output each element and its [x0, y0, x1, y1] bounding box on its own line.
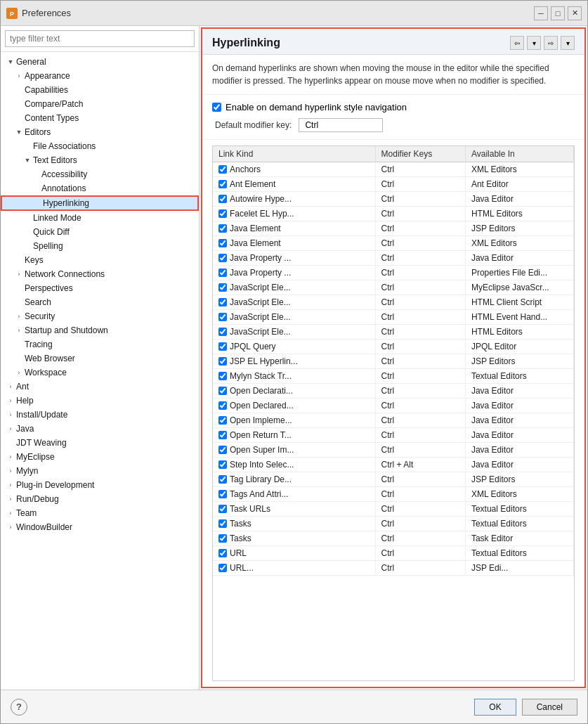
help-button[interactable]: ? [11, 699, 27, 716]
sidebar-item-annotations[interactable]: Annotations [1, 181, 199, 195]
sidebar-item-myeclipse[interactable]: ›MyEclipse [1, 450, 199, 464]
table-row[interactable]: TasksCtrlTask Editor [213, 531, 574, 546]
modifier-input[interactable] [299, 118, 383, 132]
sidebar-item-capabilities[interactable]: Capabilities [1, 83, 199, 97]
forward-button[interactable]: ⇨ [544, 36, 558, 50]
row-checkbox-24[interactable] [218, 519, 227, 528]
cancel-button[interactable]: Cancel [522, 699, 577, 716]
sidebar-item-spelling[interactable]: Spelling [1, 239, 199, 253]
row-checkbox-7[interactable] [218, 269, 227, 277]
minimize-button[interactable]: ─ [534, 6, 548, 20]
row-checkbox-12[interactable] [218, 342, 227, 351]
maximize-button[interactable]: □ [551, 6, 565, 20]
sidebar-item-install-update[interactable]: ›Install/Update [1, 408, 199, 422]
row-checkbox-23[interactable] [218, 505, 227, 513]
row-checkbox-6[interactable] [218, 254, 227, 262]
table-row[interactable]: Open Declarati...CtrlJava Editor [213, 384, 574, 399]
sidebar-item-java[interactable]: ›Java [1, 422, 199, 436]
sidebar-item-startup-shutdown[interactable]: ›Startup and Shutdown [1, 323, 199, 337]
row-checkbox-17[interactable] [218, 416, 227, 425]
sidebar-item-hyperlinking[interactable]: Hyperlinking [1, 195, 199, 211]
sidebar-item-help[interactable]: ›Help [1, 394, 199, 408]
row-checkbox-9[interactable] [218, 298, 227, 306]
sidebar-item-keys[interactable]: Keys [1, 253, 199, 267]
table-row[interactable]: Mylyn Stack Tr...CtrlTextual Editors [213, 369, 574, 384]
row-checkbox-14[interactable] [218, 372, 227, 380]
sidebar-item-text-editors[interactable]: ▼Text Editors [1, 153, 199, 167]
sidebar-item-linked-mode[interactable]: Linked Mode [1, 211, 199, 225]
table-row[interactable]: Open Impleme...CtrlJava Editor [213, 413, 574, 428]
sidebar-item-search[interactable]: Search [1, 295, 199, 309]
row-checkbox-2[interactable] [218, 195, 227, 203]
row-checkbox-18[interactable] [218, 431, 227, 439]
row-checkbox-19[interactable] [218, 446, 227, 454]
sidebar-item-plugin-development[interactable]: ›Plug-in Development [1, 478, 199, 492]
sidebar-item-web-browser[interactable]: Web Browser [1, 351, 199, 366]
back-button[interactable]: ⇦ [510, 36, 524, 50]
table-row[interactable]: Open Declared...CtrlJava Editor [213, 399, 574, 413]
row-checkbox-27[interactable] [218, 564, 227, 572]
table-row[interactable]: JavaScript Ele...CtrlMyEclipse JavaScr..… [213, 280, 574, 295]
sidebar-item-compare-patch[interactable]: Compare/Patch [1, 97, 199, 111]
search-input[interactable] [5, 30, 195, 47]
row-checkbox-21[interactable] [218, 475, 227, 484]
more-button[interactable]: ▾ [561, 36, 575, 50]
row-checkbox-0[interactable] [218, 165, 227, 174]
table-row[interactable]: JSP EL Hyperlin...CtrlJSP Editors [213, 354, 574, 369]
sidebar-item-editors[interactable]: ▼Editors [1, 125, 199, 139]
ok-button[interactable]: OK [474, 699, 516, 716]
table-row[interactable]: Java ElementCtrlJSP Editors [213, 221, 574, 236]
sidebar-item-mylyn[interactable]: ›Mylyn [1, 464, 199, 478]
table-row[interactable]: JavaScript Ele...CtrlHTML Editors [213, 325, 574, 340]
table-row[interactable]: URL...CtrlJSP Edi... [213, 561, 574, 576]
row-checkbox-25[interactable] [218, 534, 227, 543]
table-scroll[interactable]: Link Kind Modifier Keys Available In [213, 146, 574, 680]
sidebar-item-workspace[interactable]: ›Workspace [1, 366, 199, 380]
row-checkbox-3[interactable] [218, 209, 227, 218]
table-row[interactable]: Java Property ...CtrlJava Editor [213, 251, 574, 266]
sidebar-item-run-debug[interactable]: ›Run/Debug [1, 492, 199, 506]
row-checkbox-13[interactable] [218, 357, 227, 366]
table-row[interactable]: Facelet EL Hyp...CtrlHTML Editors [213, 207, 574, 221]
row-checkbox-22[interactable] [218, 490, 227, 498]
row-checkbox-26[interactable] [218, 549, 227, 557]
sidebar-item-general[interactable]: ▼General [1, 55, 199, 69]
sidebar-item-team[interactable]: ›Team [1, 506, 199, 520]
enable-checkbox[interactable] [212, 103, 221, 112]
table-row[interactable]: Ant ElementCtrlAnt Editor [213, 177, 574, 192]
row-checkbox-15[interactable] [218, 387, 227, 395]
dropdown-button[interactable]: ▾ [527, 36, 541, 50]
table-row[interactable]: Open Super Im...CtrlJava Editor [213, 443, 574, 458]
sidebar-item-jdt-weaving[interactable]: JDT Weaving [1, 436, 199, 450]
table-row[interactable]: Tag Library De...CtrlJSP Editors [213, 472, 574, 487]
row-checkbox-10[interactable] [218, 313, 227, 321]
table-row[interactable]: AnchorsCtrlXML Editors [213, 162, 574, 177]
table-row[interactable]: JPQL QueryCtrlJPQL Editor [213, 340, 574, 354]
table-row[interactable]: Java ElementCtrlXML Editors [213, 236, 574, 251]
table-row[interactable]: TasksCtrlTextual Editors [213, 517, 574, 531]
sidebar-item-file-associations[interactable]: File Associations [1, 139, 199, 153]
row-checkbox-11[interactable] [218, 328, 227, 336]
sidebar-item-tracing[interactable]: Tracing [1, 337, 199, 351]
sidebar-item-security[interactable]: ›Security [1, 309, 199, 323]
row-checkbox-1[interactable] [218, 180, 227, 188]
sidebar-item-ant[interactable]: ›Ant [1, 380, 199, 394]
sidebar-item-quick-diff[interactable]: Quick Diff [1, 225, 199, 239]
row-checkbox-16[interactable] [218, 401, 227, 410]
table-row[interactable]: Tags And Attri...CtrlXML Editors [213, 487, 574, 502]
table-row[interactable]: URLCtrlTextual Editors [213, 546, 574, 561]
table-row[interactable]: JavaScript Ele...CtrlHTML Event Hand... [213, 310, 574, 325]
close-button[interactable]: ✕ [568, 6, 582, 20]
table-row[interactable]: Open Return T...CtrlJava Editor [213, 428, 574, 443]
table-row[interactable]: Java Property ...CtrlProperties File Edi… [213, 266, 574, 280]
sidebar-item-accessibility[interactable]: Accessibility [1, 167, 199, 181]
row-checkbox-4[interactable] [218, 224, 227, 233]
sidebar-item-perspectives[interactable]: Perspectives [1, 281, 199, 295]
sidebar-item-content-types[interactable]: Content Types [1, 111, 199, 125]
row-checkbox-20[interactable] [218, 460, 227, 469]
sidebar-item-appearance[interactable]: ›Appearance [1, 69, 199, 83]
table-row[interactable]: Task URLsCtrlTextual Editors [213, 502, 574, 517]
sidebar-item-windowbuilder[interactable]: ›WindowBuilder [1, 520, 199, 534]
table-row[interactable]: Step Into Selec...Ctrl + AltJava Editor [213, 458, 574, 472]
row-checkbox-5[interactable] [218, 239, 227, 247]
